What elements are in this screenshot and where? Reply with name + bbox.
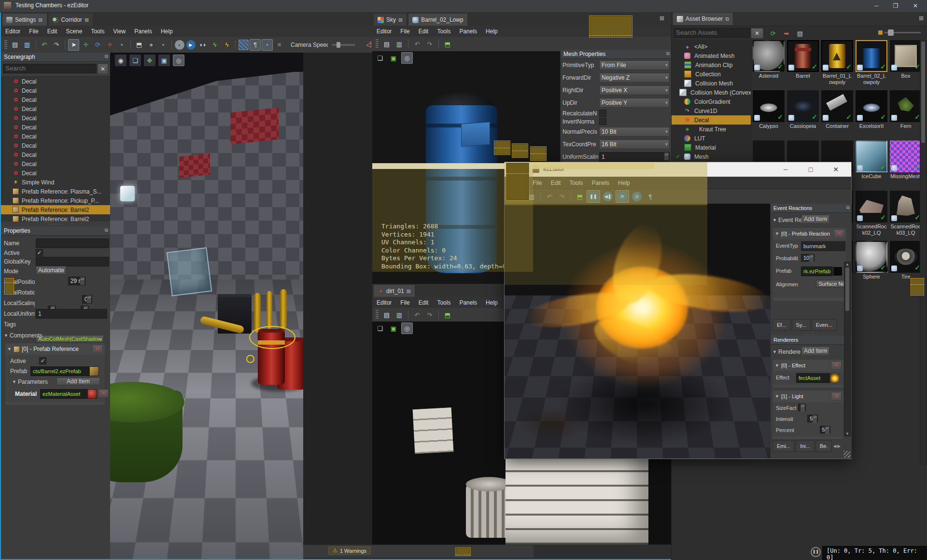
scenegraph-item[interactable]: Decal (1, 168, 110, 178)
probability-field[interactable]: 100 (801, 254, 815, 262)
menu-item[interactable]: File (528, 178, 546, 188)
mesh-prop-dropdown[interactable]: Negative Z (599, 73, 670, 83)
reaction-prefab-field[interactable]: rk.ezPrefab (801, 266, 835, 276)
group-caret[interactable]: ▼ (775, 363, 779, 368)
list-view-icon[interactable]: ▤ (794, 28, 806, 39)
thumbnail-icon[interactable]: ❏ (374, 322, 386, 334)
background-task-icon[interactable]: ❚❚ (811, 547, 821, 557)
export-assets-icon[interactable]: ➥ (781, 28, 792, 39)
greybox-tool-icon[interactable]: ⬒ (134, 39, 145, 51)
menu-item[interactable]: Editor (372, 298, 396, 308)
tab-scroll-left-icon[interactable]: ◀ (833, 444, 836, 448)
menu-item[interactable]: Panels (455, 27, 481, 36)
scenegraph-item[interactable]: Decal (1, 77, 110, 86)
scenegraph-item[interactable]: Decal (1, 104, 110, 113)
asset-grid-scrollbar[interactable] (920, 40, 927, 464)
remove-component-button[interactable]: ✕ (92, 345, 103, 353)
menu-item[interactable]: Help (614, 178, 634, 188)
time-scale-icon[interactable]: ◷ (630, 190, 644, 203)
event-reactions-caret[interactable]: ▼ (772, 218, 777, 223)
texcoord-precision-dropdown[interactable]: 16 Bit (599, 140, 670, 149)
snap-dot-icon[interactable]: ● (116, 39, 127, 51)
asset-grid-item[interactable]: ✓ IceCube (856, 140, 887, 180)
dock-tab[interactable]: Ef... (772, 319, 791, 331)
globalkey-input[interactable] (36, 257, 109, 266)
refresh-assets-icon[interactable]: ⟳ (767, 28, 779, 39)
floating-minimize-button[interactable]: ─ (775, 164, 796, 175)
window-resize-grip[interactable] (843, 451, 850, 458)
floating-editor-window[interactable]: ezEditor ─ □ ✕ EditorFileEditToolsPanels… (504, 162, 852, 459)
components-caret-icon[interactable]: ▼ (4, 333, 8, 338)
undo-icon[interactable]: ↶ (411, 38, 423, 50)
scene-viewport[interactable]: ◉ ❏ ✥ ▣ ◎ (110, 53, 303, 559)
menu-item[interactable]: Edit (414, 298, 433, 308)
name-input[interactable] (36, 238, 109, 248)
save-all-icon[interactable]: ▥ (393, 38, 405, 50)
float-panel-icon[interactable]: ⧉ (846, 205, 850, 210)
save-icon[interactable]: ▤ (10, 39, 21, 51)
tab-corridor-close-icon[interactable]: ⊠ (84, 17, 89, 23)
tab-sky[interactable]: Sky ⊠ (373, 13, 407, 27)
app-titlebar[interactable]: Testing Chambers - ezEditor ─ ❐ ✕ (0, 0, 927, 13)
translate-tool-icon[interactable]: ✛ (80, 39, 91, 51)
scenegraph-item[interactable]: Prefab Reference: Pickup_P... (1, 196, 110, 205)
prefab-asset-thumbnail[interactable] (89, 366, 99, 376)
scenegraph-item[interactable]: Prefab Reference: Barrel2 (1, 214, 110, 222)
restore-button[interactable]: ❐ (886, 0, 905, 12)
menu-item[interactable]: Tools (565, 178, 587, 188)
panel-splitter[interactable]: ······ (1, 222, 110, 226)
export-asset-icon[interactable]: ⬒ (442, 38, 453, 50)
layers-icon[interactable]: ≡ (274, 39, 285, 51)
group-caret[interactable]: ▼ (775, 394, 779, 399)
panel-splitter[interactable]: ······ (771, 332, 852, 336)
dropdown-arrow-icon[interactable]: ▾ (158, 39, 169, 51)
asset-type-item[interactable]: Kraut Tree (672, 125, 751, 134)
asset-type-item[interactable]: Animated Mesh (672, 51, 751, 60)
minimize-button[interactable]: ─ (867, 0, 886, 12)
menu-item[interactable]: Edit (414, 27, 433, 36)
tab-asset-browser[interactable]: Asset Browser ⧉ (673, 12, 733, 26)
dock-tab[interactable]: Emi... (772, 440, 795, 452)
asset-grid-item[interactable]: ✓ Cassiopeia (787, 90, 819, 129)
menu-item[interactable]: Editor (372, 27, 396, 36)
tab-sky-close-icon[interactable]: ⊠ (398, 17, 403, 23)
play-gamepad-icon[interactable]: ◖◗ (197, 39, 209, 51)
tab-barrel[interactable]: Barrel_02_Lowp (408, 13, 467, 27)
visualizers-icon[interactable]: ¶ (645, 191, 656, 202)
menu-item[interactable]: Panels (455, 298, 481, 308)
toolbar-drag-handle[interactable] (376, 39, 379, 49)
percentage-field[interactable]: 50 (820, 426, 830, 434)
menu-item[interactable]: Help (481, 27, 502, 36)
toolbar-drag-handle[interactable] (376, 310, 379, 320)
event-reactions-add-button[interactable]: Add Item (801, 215, 829, 224)
save-icon[interactable]: ▤ (381, 38, 393, 50)
scenegraph-item[interactable]: Prefab Reference: Plasma_S... (1, 187, 110, 196)
menu-item[interactable]: Tools (433, 298, 455, 308)
rotate-tool-icon[interactable]: ⟳ (92, 39, 103, 51)
menu-item[interactable]: View (109, 27, 130, 36)
thumbnail-icon[interactable]: ❏ (374, 52, 386, 64)
visualizers-toggle-icon[interactable]: ¶ (250, 39, 261, 51)
floating-maximize-button[interactable]: □ (800, 164, 821, 175)
menu-item[interactable]: File (396, 27, 414, 36)
particle-viewport[interactable] (505, 204, 770, 458)
save-all-icon[interactable]: ▥ (22, 39, 33, 51)
asset-grid-item[interactable]: ✓ ScannedRock03_LQ (890, 191, 922, 236)
float-panel-icon[interactable]: ⧉ (666, 51, 670, 56)
mesh-prop-dropdown[interactable]: Positive X (599, 85, 670, 95)
search-clear-icon[interactable]: ✕ (98, 64, 108, 74)
effect-asset-field[interactable]: fectAsset (796, 373, 832, 383)
menu-item[interactable]: File (25, 27, 42, 36)
panel-close-icon[interactable]: ⊠ (919, 15, 924, 22)
shapes-toggle-icon[interactable]: ● (262, 39, 273, 51)
play-scene-icon[interactable]: ◐ (175, 40, 184, 50)
redo-icon[interactable]: ↷ (424, 309, 435, 321)
export-run-icon[interactable]: ϟ (210, 39, 221, 51)
renderers-add-button[interactable]: Add Item (801, 347, 829, 355)
component-active-checkbox[interactable]: ✓ (39, 357, 46, 364)
export-asset-icon[interactable]: ⬒ (574, 191, 586, 202)
recalculate-normals-checkbox[interactable] (599, 110, 606, 117)
menu-item[interactable]: Help (156, 27, 177, 36)
event-reactions-header[interactable]: Event Reactions ⧉ (771, 204, 852, 213)
save-icon[interactable]: ▤ (381, 309, 393, 321)
